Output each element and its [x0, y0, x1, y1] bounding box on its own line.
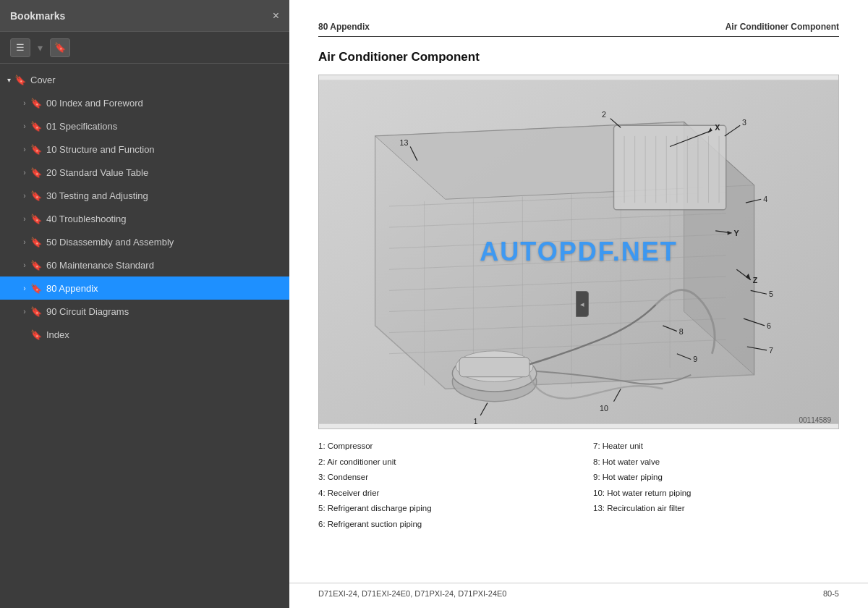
legend-left-2: 2: Air conditioner unit	[318, 455, 564, 470]
bookmark-icon-index: 🔖	[30, 329, 42, 340]
bookmark-icon-01: 🔖	[30, 121, 42, 132]
watermark: AUTOPDF.NET	[480, 237, 677, 267]
legend-right-6	[593, 518, 839, 532]
svg-text:6: 6	[767, 321, 771, 330]
sidebar-label-40: 40 Troubleshooting	[46, 214, 284, 224]
sidebar-item-30-test[interactable]: 🔖 30 Testing and Adjusting	[0, 184, 289, 207]
diagram-container: X 2 3 13 Y Z 4	[318, 75, 839, 429]
sidebar-toolbar: ☰ ▾ 🔖	[0, 32, 289, 64]
legend-left-6: 6: Refrigerant suction piping	[318, 518, 564, 532]
expand-arrow-30	[19, 192, 30, 200]
list-icon: ☰	[16, 42, 25, 53]
svg-text:4: 4	[763, 195, 767, 203]
sidebar-label-20: 20 Standard Value Table	[46, 167, 284, 178]
legend-right-1: 7: Heater unit	[593, 439, 839, 454]
sidebar-label-00: 00 Index and Foreword	[46, 98, 284, 109]
legend-right-2: 8: Hot water valve	[593, 455, 839, 470]
expand-arrow-10	[19, 145, 30, 153]
sidebar-item-50-disasm[interactable]: 🔖 50 Disassembly and Assembly	[0, 230, 289, 253]
sidebar-item-20-std[interactable]: 🔖 20 Standard Value Table	[0, 161, 289, 184]
sidebar-item-80-appendix[interactable]: 🔖 80 Appendix	[0, 276, 289, 300]
bookmark-icon: 🔖	[54, 42, 66, 53]
sidebar-item-90-circuit[interactable]: 🔖 90 Circuit Diagrams	[0, 300, 289, 323]
svg-text:9: 9	[693, 355, 697, 363]
page-footer: D71EXI-24, D71EXI-24E0, D71PXI-24, D71PX…	[289, 583, 868, 598]
footer-model: D71EXI-24, D71EXI-24E0, D71PXI-24, D71PX…	[318, 589, 506, 598]
expand-arrow-90	[19, 308, 30, 316]
expand-arrow-80	[19, 284, 30, 292]
collapse-arrow-icon: ◂	[580, 300, 584, 309]
sidebar-label-50: 50 Disassembly and Assembly	[46, 237, 284, 248]
bookmark-icon-10: 🔖	[30, 144, 42, 155]
svg-text:1: 1	[473, 417, 477, 426]
close-button[interactable]: ×	[273, 10, 279, 22]
sidebar-content: 🔖 Cover 🔖 00 Index and Foreword 🔖 01 Spe…	[0, 64, 289, 608]
svg-text:2: 2	[602, 110, 606, 119]
bookmark-icon-30: 🔖	[30, 190, 42, 201]
legend-container: 1: Compressor 7: Heater unit 2: Air cond…	[318, 439, 839, 531]
expand-arrow-20	[19, 169, 30, 177]
page-header-right: Air Conditioner Component	[726, 22, 839, 32]
sidebar-item-00-index[interactable]: 🔖 00 Index and Foreword	[0, 91, 289, 114]
sidebar-title: Bookmarks	[10, 10, 65, 22]
bookmark-icon-cover: 🔖	[14, 75, 26, 85]
toolbar-divider: ▾	[38, 42, 43, 54]
sidebar-label-01: 01 Specifications	[46, 121, 284, 132]
sidebar-item-60-maint[interactable]: 🔖 60 Maintenance Standard	[0, 253, 289, 276]
sidebar-label-80: 80 Appendix	[46, 283, 284, 294]
legend-left-5: 5: Refrigerant discharge piping	[318, 502, 564, 516]
svg-rect-18	[614, 125, 726, 209]
legend-right-3: 9: Hot water piping	[593, 470, 839, 485]
svg-text:5: 5	[769, 290, 773, 298]
bookmark-icon-60: 🔖	[30, 260, 42, 271]
expand-arrow-60	[19, 261, 30, 269]
expand-arrow-cover	[3, 76, 14, 84]
svg-rect-55	[459, 358, 529, 377]
sidebar-label-30: 30 Testing and Adjusting	[46, 190, 284, 201]
sidebar-item-40-trouble[interactable]: 🔖 40 Troubleshooting	[0, 207, 289, 230]
bookmark-button[interactable]: 🔖	[50, 38, 70, 57]
legend-left-1: 1: Compressor	[318, 439, 564, 454]
svg-text:8: 8	[679, 327, 684, 336]
legend-right-5: 13: Recirculation air filter	[593, 502, 839, 516]
svg-text:Z: Z	[753, 276, 758, 284]
sidebar: Bookmarks × ☰ ▾ 🔖 🔖 Cover 🔖 00 Index and…	[0, 0, 289, 608]
page-header-left: 80 Appendix	[318, 22, 370, 32]
bookmark-icon-90: 🔖	[30, 306, 42, 317]
sidebar-label-cover: Cover	[30, 75, 284, 85]
legend-right-4: 10: Hot water return piping	[593, 486, 839, 501]
bookmark-icon-00: 🔖	[30, 98, 42, 109]
bookmark-icon-50: 🔖	[30, 237, 42, 248]
bookmark-icon-20: 🔖	[30, 167, 42, 178]
svg-text:X: X	[715, 123, 720, 132]
sidebar-header: Bookmarks ×	[0, 0, 289, 32]
expand-arrow-50	[19, 238, 30, 246]
expand-arrow-40	[19, 215, 30, 223]
sidebar-label-index: Index	[46, 329, 284, 340]
svg-text:7: 7	[769, 346, 773, 355]
sidebar-item-cover[interactable]: 🔖 Cover	[0, 68, 289, 91]
expand-arrow-01	[19, 122, 30, 130]
expand-arrow-00	[19, 99, 30, 107]
svg-text:3: 3	[742, 118, 746, 127]
svg-text:10: 10	[600, 404, 608, 413]
section-title: Air Conditioner Component	[318, 50, 839, 64]
svg-text:Y: Y	[733, 229, 739, 237]
footer-page: 80-5	[823, 589, 839, 598]
bookmark-icon-40: 🔖	[30, 214, 42, 224]
sidebar-item-index[interactable]: 🔖 Index	[0, 323, 289, 346]
bookmark-icon-80: 🔖	[30, 283, 42, 294]
svg-text:13: 13	[400, 138, 409, 147]
page-header: 80 Appendix Air Conditioner Component	[318, 22, 839, 37]
sidebar-label-90: 90 Circuit Diagrams	[46, 306, 284, 317]
sidebar-item-01-spec[interactable]: 🔖 01 Specifications	[0, 114, 289, 138]
list-view-button[interactable]: ☰	[10, 38, 30, 57]
legend-left-4: 4: Receiver drier	[318, 486, 564, 501]
legend-left-3: 3: Condenser	[318, 470, 564, 485]
sidebar-item-10-struct[interactable]: 🔖 10 Structure and Function	[0, 138, 289, 161]
sidebar-label-10: 10 Structure and Function	[46, 144, 284, 155]
sidebar-label-60: 60 Maintenance Standard	[46, 260, 284, 271]
diagram-code: 00114589	[799, 416, 832, 424]
sidebar-collapse-button[interactable]: ◂	[576, 291, 589, 317]
